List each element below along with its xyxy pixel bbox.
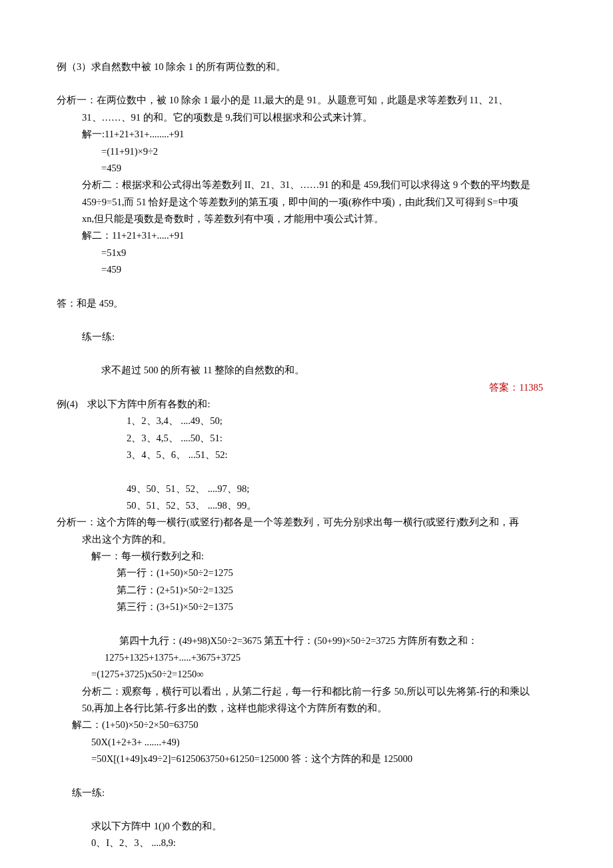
ex4-sol1-line1: 解一：每一横行数列之和: <box>57 548 556 565</box>
ex4-matrix-row1: 1、2、3,4、 ....49、50; <box>57 413 556 429</box>
ex3-answer-line: 答：和是 459。 <box>57 295 556 312</box>
ex3-practice-title: 练一练: <box>57 329 556 345</box>
ex4-sol2-line2: 50X(1+2+3+ .......+49) <box>57 734 556 751</box>
ex4-analysis1-line2: 求出这个方阵的和。 <box>57 531 556 548</box>
ex3-analysis2-line1: 分析二：根据求和公式得出等差数列 II、21、31、……91 的和是 459,我… <box>57 177 556 193</box>
ex3-sol1-line1: 解一:11+21+31+........+91 <box>57 126 556 143</box>
ex3-sol1-line2: =(11+91)×9÷2 <box>57 143 556 160</box>
ex4-analysis2-line2: 50,再加上各行比第-行多出的数，这样也能求得这个方阵所有数的和。 <box>57 700 556 717</box>
ex3-sol2-line2: =51x9 <box>57 245 556 261</box>
ex4-matrix-row3: 3、4、5、6、 ...51、52: <box>57 447 556 463</box>
ex3-analysis2-line2: 459÷9=51,而 51 恰好是这个等差数列的第五项，即中间的一项(称作中项)… <box>57 194 556 211</box>
ex3-sol2-line3: =459 <box>57 261 556 278</box>
ex4-sol1-sum1: 1275+1325+1375+.....+3675+3725 <box>57 649 556 666</box>
ex4-title: 例(4) 求以下方阵中所有各数的和: <box>57 396 556 413</box>
ex4-sol1-sum2: =(1275+3725)x50÷2=1250∞ <box>57 666 556 683</box>
ex4-analysis1-line1: 分析一：这个方阵的每一横行(或竖行)都各是一个等差数列，可先分别求出每一横行(或… <box>57 514 556 531</box>
ex4-matrix-row2: 2、3、4,5、 ....50、51: <box>57 430 556 447</box>
ex4-sol2-line3: =50X[(1+49]x49÷2]=6125063750+61250=12500… <box>57 751 556 767</box>
ex3-analysis2-line3: xn,但只能是项数是奇数时，等差数列有中项，才能用中项公式计算。 <box>57 211 556 227</box>
ex4-sol1-row2: 第二行：(2+51)×50÷2=1325 <box>57 582 556 599</box>
ex3-practice-answer: 答案：11385 <box>489 379 543 396</box>
ex3-sol1-line3: =459 <box>57 160 556 177</box>
ex4-practice-q1: 求以下方阵中 1()0 个数的和。 <box>57 818 556 835</box>
ex4-matrix-row49: 49、50、51、52、 ....97、98; <box>57 481 556 497</box>
ex4-sol1-row1: 第一行：(1+50)×50÷2=1275 <box>57 565 556 581</box>
ex3-practice-question: 求不超过 500 的所有被 11 整除的自然数的和。 <box>57 362 556 379</box>
ex4-practice-title: 练一练: <box>57 785 556 801</box>
ex4-matrix-row50: 50、51、52、53、 ....98、99。 <box>57 497 556 514</box>
ex3-analysis1-line2: 31、……、91 的和。它的项数是 9,我们可以根据求和公式来计算。 <box>57 109 556 126</box>
ex3-sol2-line1: 解二：11+21+31+.....+91 <box>57 227 556 244</box>
ex3-title: 例（3）求自然数中被 10 除余 1 的所有两位数的和。 <box>57 59 556 75</box>
ex4-analysis2-line1: 分析二：观察每，横行可以看出，从第二行起，每一行和都比前一行多 50,所以可以先… <box>57 683 556 700</box>
ex4-sol1-row3: 第三行：(3+51)×50÷2=1375 <box>57 599 556 615</box>
ex4-sol1-row49: 第四十九行：(49+98)X50÷2=3675 第五十行：(50+99)×50÷… <box>57 633 556 649</box>
ex3-analysis1-line1: 分析一：在两位数中，被 10 除余 1 最小的是 11,最大的是 91。从题意可… <box>57 92 556 109</box>
ex4-sol2-line1: 解二：(1+50)×50÷2×50=63750 <box>57 717 556 733</box>
ex4-practice-q2: 0、I、2、3、 ....8,9: <box>57 835 556 851</box>
